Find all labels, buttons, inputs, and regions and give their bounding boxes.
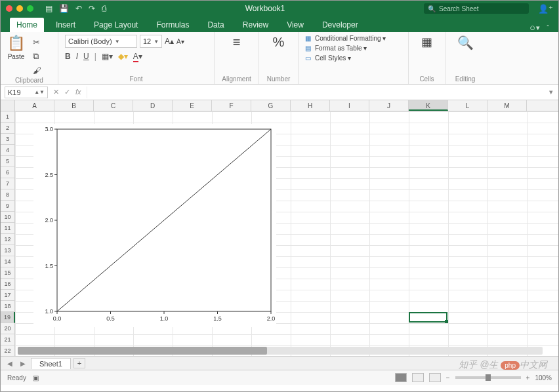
paste-button[interactable]: Paste xyxy=(8,53,25,60)
new-file-icon[interactable]: ▤ xyxy=(45,4,52,13)
sheet-nav-prev[interactable]: ◀ xyxy=(5,360,15,367)
tab-home[interactable]: Home xyxy=(10,18,44,32)
tab-page-layout[interactable]: Page Layout xyxy=(87,18,144,32)
row-header-6[interactable]: 6 xyxy=(1,167,15,178)
collapse-ribbon-icon[interactable]: ˆ xyxy=(547,24,549,32)
row-header-1[interactable]: 1 xyxy=(1,111,15,123)
col-header-d[interactable]: D xyxy=(133,100,173,111)
zoom-out-button[interactable]: − xyxy=(446,374,450,382)
underline-button[interactable]: U xyxy=(83,52,89,61)
maximize-window-icon[interactable] xyxy=(27,5,33,12)
tab-review[interactable]: Review xyxy=(236,18,275,32)
save-icon[interactable]: 💾 xyxy=(59,4,69,13)
view-page-layout-button[interactable] xyxy=(412,373,424,382)
macro-record-icon[interactable]: ▣ xyxy=(33,374,39,382)
cells-area[interactable]: 0.00.51.01.52.01.01.52.02.53.0 xyxy=(15,111,558,356)
col-header-f[interactable]: F xyxy=(212,100,251,111)
row-header-8[interactable]: 8 xyxy=(1,189,15,201)
row-header-13[interactable]: 13 xyxy=(1,245,15,256)
row-header-7[interactable]: 7 xyxy=(1,178,15,189)
row-header-12[interactable]: 12 xyxy=(1,234,15,245)
tab-developer[interactable]: Developer xyxy=(316,18,365,32)
row-header-18[interactable]: 18 xyxy=(1,301,15,312)
undo-icon[interactable]: ↶ xyxy=(75,4,82,13)
increase-font-icon[interactable]: A▴ xyxy=(165,37,174,46)
cell-styles-button[interactable]: Cell Styles ▾ xyxy=(315,54,351,62)
tab-formulas[interactable]: Formulas xyxy=(150,18,196,32)
formula-input[interactable] xyxy=(87,87,544,98)
redo-icon[interactable]: ↷ xyxy=(89,4,95,13)
zoom-in-button[interactable]: + xyxy=(526,374,530,382)
share-icon[interactable]: 👤⁺ xyxy=(538,4,553,14)
row-header-11[interactable]: 11 xyxy=(1,223,15,234)
col-header-k[interactable]: K xyxy=(409,100,448,111)
fill-color-button[interactable]: ◆▾ xyxy=(118,52,128,61)
row-header-16[interactable]: 16 xyxy=(1,279,15,290)
font-color-button[interactable]: A▾ xyxy=(133,52,142,61)
col-header-l[interactable]: L xyxy=(448,100,487,111)
scroll-thumb[interactable] xyxy=(18,347,267,355)
col-header-j[interactable]: J xyxy=(369,100,409,111)
close-window-icon[interactable] xyxy=(6,5,12,12)
horizontal-scrollbar[interactable] xyxy=(18,347,543,356)
name-box[interactable]: K19▲▼ xyxy=(5,87,48,98)
decrease-font-icon[interactable]: A▾ xyxy=(176,38,184,45)
col-header-b[interactable]: B xyxy=(54,100,94,111)
paste-icon[interactable]: 📋 xyxy=(7,35,25,52)
minimize-window-icon[interactable] xyxy=(16,5,23,12)
col-header-e[interactable]: E xyxy=(173,100,212,111)
row-header-10[interactable]: 10 xyxy=(1,212,15,223)
add-sheet-button[interactable]: + xyxy=(73,358,85,368)
cancel-formula-icon[interactable]: ✕ xyxy=(53,88,59,96)
zoom-slider[interactable] xyxy=(455,376,521,379)
row-header-3[interactable]: 3 xyxy=(1,134,15,145)
row-header-9[interactable]: 9 xyxy=(1,201,15,212)
format-painter-icon[interactable]: 🖌 xyxy=(33,66,41,75)
row-header-5[interactable]: 5 xyxy=(1,156,15,167)
col-header-a[interactable]: A xyxy=(15,100,54,111)
view-normal-button[interactable] xyxy=(395,373,407,382)
worksheet-grid[interactable]: A B C D E F G H I J K L M 12345678910111… xyxy=(1,100,558,356)
selected-cell[interactable] xyxy=(409,312,447,323)
sheet-tab-sheet1[interactable]: Sheet1 xyxy=(31,358,71,369)
print-icon[interactable]: ⎙ xyxy=(102,4,106,13)
col-header-m[interactable]: M xyxy=(487,100,527,111)
bold-button[interactable]: B xyxy=(65,52,71,61)
sheet-nav-next[interactable]: ▶ xyxy=(18,360,28,367)
cells-icon[interactable]: ▦ xyxy=(421,35,432,49)
enter-formula-icon[interactable]: ✓ xyxy=(64,88,70,96)
border-button[interactable]: ▦▾ xyxy=(102,52,113,61)
cut-icon[interactable]: ✂ xyxy=(33,37,41,47)
row-header-22[interactable]: 22 xyxy=(1,345,15,356)
percent-icon[interactable]: % xyxy=(273,35,285,50)
copy-icon[interactable]: ⧉ xyxy=(33,51,41,62)
select-all-corner[interactable] xyxy=(1,100,15,111)
conditional-formatting-button[interactable]: Conditional Formatting ▾ xyxy=(315,35,386,42)
embedded-chart[interactable]: 0.00.51.01.52.01.01.52.02.53.0 xyxy=(33,124,276,327)
col-header-h[interactable]: H xyxy=(291,100,330,111)
find-icon[interactable]: 🔍 xyxy=(457,35,474,50)
fx-label[interactable]: fx xyxy=(75,88,81,96)
col-header-g[interactable]: G xyxy=(251,100,291,111)
italic-button[interactable]: I xyxy=(76,52,78,61)
tab-view[interactable]: View xyxy=(280,18,310,32)
row-header-21[interactable]: 21 xyxy=(1,334,15,345)
row-header-2[interactable]: 2 xyxy=(1,123,15,134)
row-header-19[interactable]: 19 xyxy=(1,312,15,323)
col-header-i[interactable]: I xyxy=(330,100,369,111)
expand-formula-icon[interactable]: ▾ xyxy=(544,88,558,96)
row-header-14[interactable]: 14 xyxy=(1,256,15,267)
smile-feedback-icon[interactable]: ☺▾ xyxy=(529,24,540,32)
search-sheet-input[interactable]: 🔍 Search Sheet xyxy=(424,3,529,14)
col-header-c[interactable]: C xyxy=(94,100,133,111)
tab-insert[interactable]: Insert xyxy=(49,18,82,32)
view-page-break-button[interactable] xyxy=(429,373,441,382)
format-as-table-button[interactable]: Format as Table ▾ xyxy=(315,45,367,52)
font-name-select[interactable]: Calibri (Body)▼ xyxy=(65,35,137,48)
zoom-level[interactable]: 100% xyxy=(535,374,552,382)
row-header-4[interactable]: 4 xyxy=(1,145,15,156)
font-size-select[interactable]: 12▼ xyxy=(140,35,162,48)
row-header-17[interactable]: 17 xyxy=(1,290,15,301)
row-header-15[interactable]: 15 xyxy=(1,267,15,279)
alignment-icon[interactable]: ≡ xyxy=(233,35,241,50)
